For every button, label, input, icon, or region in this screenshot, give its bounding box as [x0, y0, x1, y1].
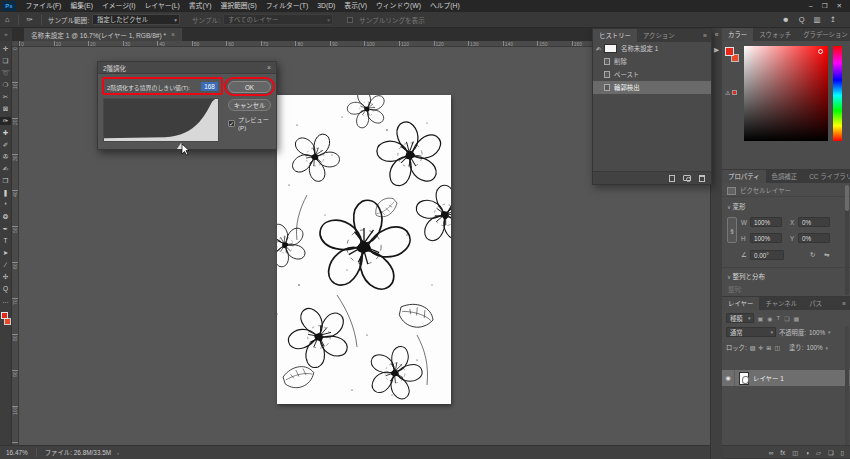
frame-tool[interactable]: ⊠ [0, 105, 11, 113]
panel-tab[interactable]: スウォッチ [753, 28, 797, 41]
panel-menu-icon[interactable]: ≡ [703, 29, 711, 42]
sample-select[interactable]: すべてのレイヤー [223, 14, 333, 25]
new-document-from-state-icon[interactable] [669, 175, 675, 182]
ok-button[interactable]: OK [228, 81, 271, 93]
menu-item[interactable]: ファイル(F) [21, 0, 66, 12]
account-icon[interactable]: ☻ [782, 15, 790, 24]
adjustment-layer-icon[interactable]: ◑ [805, 449, 809, 456]
angle-field[interactable]: 0.00° [750, 250, 784, 260]
line-tool[interactable]: ∕ [0, 261, 11, 269]
layer-mask-icon[interactable]: ◫ [792, 449, 798, 456]
width-field[interactable]: 100% [750, 217, 782, 227]
eyedropper-tool[interactable]: ✑ [0, 117, 11, 125]
gradient-tool[interactable]: ❚ [0, 189, 11, 197]
menu-item[interactable]: フィルター(T) [261, 0, 313, 12]
fill-value[interactable]: 100% [806, 344, 822, 351]
filter-pixel-layers-icon[interactable]: ▣ [758, 315, 764, 322]
cancel-button[interactable]: キャンセル [228, 99, 271, 111]
sample-area-select[interactable]: 指定したピクセル [92, 14, 180, 25]
hue-slider[interactable] [833, 46, 842, 141]
path-selection-tool[interactable]: ➤ [0, 249, 11, 257]
menu-item[interactable]: 書式(Y) [184, 0, 216, 12]
minimize-icon[interactable]: – [809, 0, 813, 12]
zoom-tool[interactable]: Q [0, 285, 11, 293]
pen-tool[interactable]: ✒ [0, 225, 11, 233]
history-brush-tool[interactable]: ✍ [0, 165, 11, 173]
hand-tool[interactable]: ✣ [0, 273, 11, 281]
panel-menu-icon[interactable]: ≡ [842, 297, 850, 310]
tab-close-icon[interactable]: × [171, 31, 175, 38]
dialog-close-icon[interactable]: × [267, 64, 276, 71]
menu-item[interactable]: 表示(V) [340, 0, 372, 12]
link-dimensions-icon[interactable]: § [727, 217, 737, 243]
panel-tab[interactable]: チャンネル [759, 297, 803, 310]
menu-item[interactable]: イメージ(I) [98, 0, 140, 12]
layer-row[interactable]: ◉ レイヤー 1 [722, 370, 850, 386]
panel-tab[interactable]: 色調補正 [766, 170, 804, 183]
transform-section-header[interactable]: 変形 [727, 201, 746, 211]
dodge-tool[interactable]: ❂ [0, 213, 11, 221]
gamut-warning[interactable]: ⚠ [725, 89, 737, 96]
y-field[interactable]: 0% [798, 233, 830, 243]
foreground-color-swatch[interactable] [1, 312, 8, 319]
panel-tab[interactable]: CC ライブラリ [803, 170, 850, 183]
object-selection-tool[interactable]: ❍ [0, 81, 11, 89]
lock-image-pixels-icon[interactable]: ✛ [758, 344, 763, 351]
layer-name[interactable]: レイヤー 1 [753, 374, 784, 383]
foreground-color-swatch[interactable] [725, 47, 734, 56]
spot-healing-brush-tool[interactable]: ✚ [0, 129, 11, 137]
menu-item[interactable]: 編集(E) [66, 0, 98, 12]
rotate-icon[interactable]: ↻ [810, 251, 815, 259]
align-section-header[interactable]: 整列と分布 [727, 271, 765, 281]
history-state-item[interactable]: 輪郭検出 [593, 81, 711, 94]
delete-state-trash-icon[interactable] [699, 175, 705, 182]
clone-stamp-tool[interactable]: ✇ [0, 153, 11, 161]
share-icon[interactable]: ↥ [830, 15, 836, 24]
home-icon[interactable]: ⌂ [0, 15, 15, 24]
actions-panel-icon[interactable]: ▶ [714, 46, 719, 54]
show-sampling-ring-checkbox[interactable] [347, 17, 353, 23]
move-tool[interactable]: ✛ [0, 45, 11, 53]
rectangular-marquee-tool[interactable]: ❏ [0, 57, 11, 65]
panel-tab[interactable]: カラー [722, 28, 753, 41]
panel-tab[interactable]: レイヤー [722, 297, 759, 310]
flip-icon[interactable]: ⇋ [824, 251, 829, 259]
color-swatches[interactable] [0, 311, 12, 327]
document-canvas[interactable] [277, 95, 451, 404]
background-color-swatch[interactable] [4, 318, 11, 325]
panel-tab[interactable]: パス [803, 297, 828, 310]
layer-thumbnail[interactable] [739, 372, 749, 385]
toolbar-collapse-button[interactable]: » [0, 28, 12, 41]
filter-shape-layers-icon[interactable]: ❏ [784, 315, 789, 322]
lock-transparent-pixels-icon[interactable]: ▨ [750, 344, 756, 351]
panel-tab[interactable]: アクション [637, 29, 681, 42]
lasso-tool[interactable]: ➰ [0, 69, 11, 77]
collapse-panels-icon[interactable]: « [715, 31, 719, 38]
blur-tool[interactable]: ❛ [0, 201, 11, 209]
restore-icon[interactable]: ❐ [822, 0, 828, 12]
zoom-level[interactable]: 16.47% [6, 449, 28, 456]
history-state-item[interactable]: 削除 [593, 55, 711, 68]
panel-tab[interactable]: グラデーション [797, 28, 850, 41]
menu-item[interactable]: ウィンドウ(W) [372, 0, 426, 12]
x-field[interactable]: 0% [798, 217, 830, 227]
layer-visibility-eye-icon[interactable]: ◉ [722, 370, 735, 386]
crop-tool[interactable]: ✂ [0, 93, 11, 101]
panel-tab[interactable]: プロパティ [722, 170, 766, 183]
threshold-level-value[interactable]: 168 [201, 82, 218, 92]
close-icon[interactable]: ✕ [837, 0, 842, 12]
workspace-icon[interactable]: ▥ [814, 15, 821, 24]
caret-down-icon[interactable]: ▾ [828, 329, 831, 335]
search-icon[interactable]: Q [799, 15, 805, 24]
height-field[interactable]: 100% [750, 233, 782, 243]
lock-position-icon[interactable]: ⊞ [766, 344, 771, 351]
lock-all-icon[interactable]: ◫ [774, 344, 780, 351]
layer-effects-icon[interactable]: fx [780, 449, 785, 456]
layer-group-icon[interactable]: ▱ [816, 449, 821, 456]
filter-type-layers-icon[interactable]: T [777, 315, 781, 322]
filter-type-select[interactable]: 種類 [726, 313, 754, 323]
color-marker-icon[interactable] [818, 49, 823, 54]
foreground-background-swatches[interactable] [725, 47, 741, 63]
eyedropper-tool-icon[interactable]: ✑ [22, 15, 38, 24]
history-brush-source-icon[interactable]: ✍ [593, 45, 604, 52]
